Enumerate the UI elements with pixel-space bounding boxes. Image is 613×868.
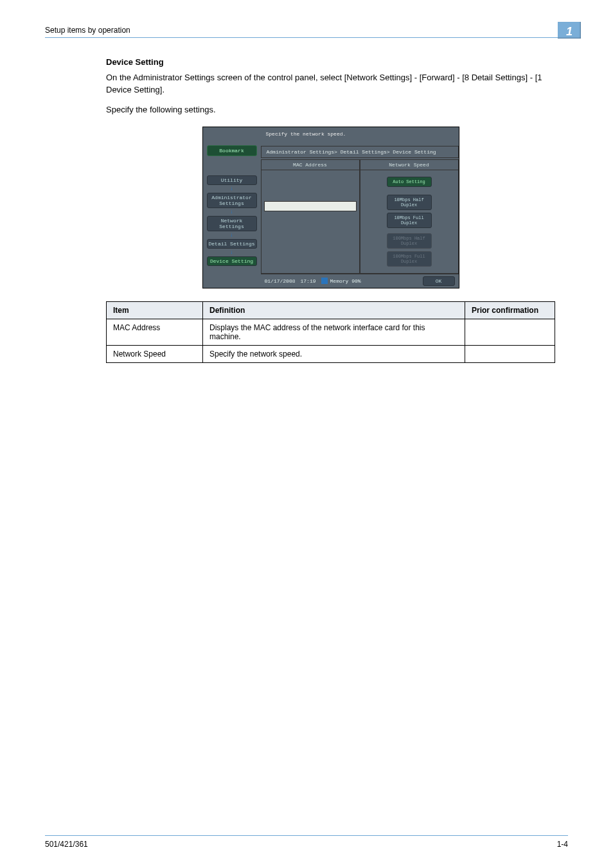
footer-date: 01/17/2008: [265, 278, 296, 284]
nav-network-settings[interactable]: Network Settings: [207, 216, 257, 231]
nav-detail-settings[interactable]: Detail Settings: [207, 239, 257, 249]
td-item: Network Speed: [107, 345, 203, 362]
chapter-badge: 1: [558, 22, 581, 39]
td-item: MAC Address: [107, 319, 203, 345]
nav-admin-settings[interactable]: Administrator Settings: [207, 193, 257, 208]
col-mac-address-header: MAC Address: [262, 160, 359, 170]
section-title: Device Setting: [106, 57, 555, 67]
header-rule: [45, 37, 568, 38]
speed-100-half-button[interactable]: 100Mbps Half Duplex: [387, 233, 432, 249]
bookmark-button[interactable]: Bookmark: [207, 145, 257, 156]
para-instruction: Specify the following settings.: [106, 104, 555, 116]
nav-device-setting[interactable]: Device Setting: [207, 256, 257, 266]
control-panel: Bookmark Utility ↓ Administrator Setting…: [202, 127, 459, 288]
td-prior: [465, 319, 555, 345]
ok-button[interactable]: OK: [423, 276, 455, 286]
arrow-down-icon: ↓: [203, 233, 261, 237]
breadcrumb: Setup items by operation: [45, 26, 568, 35]
footer-model: 501/421/361: [45, 840, 88, 849]
mac-address-display: [264, 201, 357, 211]
table-row: Network Speed Specify the network speed.: [107, 345, 555, 362]
footer-rule: [45, 835, 568, 836]
th-definition: Definition: [203, 301, 465, 319]
th-item: Item: [107, 301, 203, 319]
th-prior: Prior confirmation: [465, 301, 555, 319]
td-definition: Displays the MAC address of the network …: [203, 319, 465, 345]
speed-100-full-button[interactable]: 100Mbps Full Duplex: [387, 251, 432, 267]
footer-time: 17:19: [301, 278, 316, 284]
nav-utility[interactable]: Utility: [207, 175, 257, 185]
speed-10-half-button[interactable]: 10Mbps Half Duplex: [387, 195, 432, 210]
footer-memory-value: 90%: [351, 278, 360, 284]
td-definition: Specify the network speed.: [203, 345, 465, 362]
para-navigation: On the Administrator Settings screen of …: [106, 72, 555, 96]
arrow-down-icon: ↓: [203, 187, 261, 191]
arrow-down-icon: ↓: [203, 210, 261, 214]
panel-instruction: Specify the network speed.: [261, 127, 459, 145]
table-row: MAC Address Displays the MAC address of …: [107, 319, 555, 345]
panel-breadcrumb: Administrator Settings> Detail Settings>…: [261, 146, 459, 158]
page-footer: 501/421/361 1-4: [45, 835, 568, 849]
spec-table: Item Definition Prior confirmation MAC A…: [106, 301, 555, 363]
page-header: Setup items by operation 1: [45, 26, 568, 38]
speed-10-full-button[interactable]: 10Mbps Full Duplex: [387, 213, 432, 228]
td-prior: [465, 345, 555, 362]
footer-page-number: 1-4: [557, 840, 568, 849]
arrow-down-icon: ↓: [203, 251, 261, 254]
footer-memory-label: Memory: [330, 278, 349, 284]
col-network-speed-header: Network Speed: [360, 160, 458, 170]
memory-icon: [321, 278, 328, 284]
speed-auto-button[interactable]: Auto Setting: [387, 177, 432, 187]
